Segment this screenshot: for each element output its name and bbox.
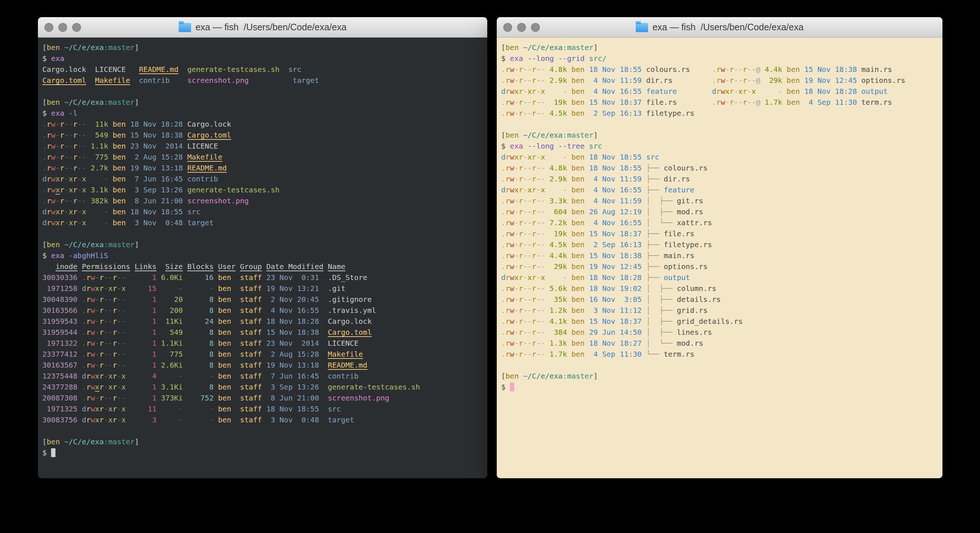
permission-bit: - bbox=[527, 164, 532, 172]
text-segment: ben bbox=[47, 437, 60, 446]
permission-bit: r bbox=[716, 98, 721, 107]
permission-bit: w bbox=[91, 383, 95, 391]
permission-bit: r bbox=[100, 339, 104, 348]
permission-bit: - bbox=[536, 218, 541, 227]
permission-bit: - bbox=[523, 185, 527, 194]
permission-bit: . bbox=[501, 164, 506, 172]
text-segment: colours.rs bbox=[664, 164, 708, 172]
minimize-button-icon[interactable] bbox=[517, 23, 526, 32]
text-segment: 1 bbox=[126, 339, 156, 348]
titlebar[interactable]: exa — fish /Users/ben/Code/exa/exa bbox=[38, 17, 487, 38]
terminal-output[interactable]: [ben ~/C/e/exa:master]$ exaCargo.lock LI… bbox=[38, 38, 487, 478]
permission-bit: - bbox=[734, 98, 738, 107]
text-segment: main.rs bbox=[664, 251, 694, 260]
text-segment: 16 Nov 3:05 bbox=[585, 295, 642, 304]
permission-bit: - bbox=[725, 76, 729, 85]
terminal-output[interactable]: [ben ~/C/e/exa:master]$ exa --long --gri… bbox=[497, 38, 942, 478]
permission-bit: - bbox=[541, 164, 545, 172]
text-segment: ben bbox=[47, 98, 60, 107]
text-segment: ├── bbox=[641, 185, 663, 194]
close-button-icon[interactable] bbox=[503, 23, 512, 32]
permission-bit: r bbox=[506, 317, 510, 326]
permission-bit: r bbox=[532, 218, 536, 227]
permission-bit: r bbox=[506, 273, 510, 282]
permission-bit: w bbox=[510, 164, 514, 172]
permission-bit: . bbox=[501, 174, 506, 183]
permission-bit: r bbox=[113, 383, 117, 391]
permission-bit: r bbox=[60, 218, 64, 227]
permission-bit: - bbox=[95, 317, 100, 326]
text-segment: src bbox=[183, 207, 200, 216]
permission-bit: . bbox=[42, 131, 47, 139]
permission-bit: x bbox=[82, 218, 86, 227]
permission-bit: - bbox=[77, 131, 82, 139]
permission-bit: r bbox=[113, 328, 117, 337]
titlebar[interactable]: exa — fish /Users/ben/Code/exa/exa bbox=[497, 17, 942, 38]
terminal-line: .rw-r--r-- 1.3k ben 18 Nov 18:27 │ └── m… bbox=[501, 338, 938, 349]
text-segment: [ bbox=[42, 98, 47, 107]
text-segment: 775 bbox=[86, 153, 108, 161]
permission-bit: r bbox=[729, 65, 734, 74]
permission-bit: . bbox=[501, 229, 506, 238]
text-segment: - bbox=[183, 284, 213, 293]
text-segment: ben bbox=[567, 196, 585, 205]
zoom-button-icon[interactable] bbox=[531, 23, 540, 32]
permission-bit: x bbox=[108, 404, 113, 413]
permission-bit: r bbox=[73, 131, 77, 139]
permission-bit: - bbox=[121, 339, 126, 348]
text-segment: 2.9k bbox=[545, 76, 567, 85]
text-segment bbox=[77, 339, 82, 348]
zoom-button-icon[interactable] bbox=[72, 23, 81, 32]
permission-bit: - bbox=[117, 383, 121, 391]
text-segment: Permissions bbox=[82, 262, 130, 271]
text-segment: 18 Nov 18:28 bbox=[585, 273, 642, 282]
permission-bit: r bbox=[506, 262, 510, 271]
permission-bit: r bbox=[532, 76, 536, 85]
permission-bit: - bbox=[121, 394, 126, 402]
permission-bit: r bbox=[532, 339, 536, 348]
terminal-line: drwxr-xr-x - ben 3 Nov 0:48 target bbox=[42, 217, 483, 228]
permission-bit: r bbox=[47, 185, 51, 194]
permission-bit: w bbox=[510, 317, 514, 326]
permission-bit: . bbox=[712, 65, 716, 74]
text-segment: 4 Sep 11:30 bbox=[800, 98, 857, 107]
minimize-button-icon[interactable] bbox=[58, 23, 67, 32]
permission-bit: . bbox=[501, 339, 506, 348]
permission-bit: . bbox=[42, 120, 47, 129]
permission-bit: - bbox=[541, 328, 545, 337]
permission-bit: r bbox=[506, 164, 510, 172]
text-segment: feature bbox=[641, 87, 676, 96]
permission-bit: r bbox=[519, 284, 523, 293]
permission-bit: - bbox=[527, 229, 532, 238]
text-segment: [ bbox=[501, 372, 506, 380]
text-segment bbox=[86, 76, 95, 85]
permission-bit: r bbox=[532, 109, 536, 118]
permission-bit: w bbox=[91, 295, 95, 304]
close-button-icon[interactable] bbox=[45, 23, 53, 32]
permission-bit: - bbox=[514, 317, 519, 326]
permission-bit: - bbox=[77, 120, 82, 129]
text-segment bbox=[77, 350, 82, 359]
terminal-line: .rw-r--r-- 2.7k ben 19 Nov 13:18 README.… bbox=[42, 163, 483, 173]
permission-bit: . bbox=[501, 350, 506, 359]
terminal-line: 30030336 .rw-r--r-- 1 6.0Ki 16 ben staff… bbox=[42, 272, 483, 283]
terminal-line: .rw-r--r-- 549 ben 15 Nov 18:38 Cargo.to… bbox=[42, 129, 483, 140]
text-segment: 1 bbox=[126, 328, 156, 337]
permission-bit: - bbox=[108, 295, 113, 304]
terminal-line: $ exa -l bbox=[42, 108, 483, 119]
permission-bit: . bbox=[712, 98, 716, 107]
text-segment bbox=[519, 131, 523, 139]
text-segment: 30083756 bbox=[42, 415, 77, 424]
permission-bit: r bbox=[100, 404, 104, 413]
permission-bit: x bbox=[541, 153, 545, 161]
permission-bit: - bbox=[77, 196, 82, 205]
text-segment bbox=[77, 404, 82, 413]
text-segment: 3 Nov 0:48 bbox=[262, 415, 319, 424]
text-segment bbox=[86, 65, 95, 74]
permission-bit: r bbox=[532, 65, 536, 74]
terminal-line: .rw-r--r-- 19k ben 15 Nov 18:37 file.rs … bbox=[501, 97, 938, 108]
permission-bit: - bbox=[514, 240, 519, 249]
permission-bit: - bbox=[541, 229, 545, 238]
permission-bit: - bbox=[536, 109, 541, 118]
text-segment: 4.5k bbox=[545, 240, 567, 249]
